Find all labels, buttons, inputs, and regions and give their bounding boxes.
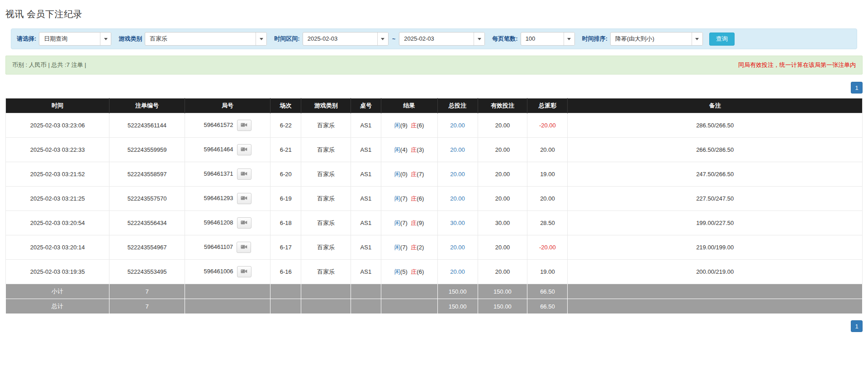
banker-score: (6) <box>417 122 424 129</box>
video-replay-button[interactable] <box>237 120 251 131</box>
subtotal-count: 7 <box>109 284 185 299</box>
table-row: 2025-02-03 03:21:25 522243557570 5964612… <box>6 187 863 211</box>
valid-bet-notice-text: 同局有效投注，统一计算在该局第一张注单内 <box>738 61 856 69</box>
banker-score: (9) <box>417 220 424 226</box>
banker-result: 庄 <box>411 171 417 178</box>
col-header-bet-id: 注单编号 <box>109 98 185 113</box>
filter-bar: 请选择: 日期查询 游戏类别 百家乐 时间区间: 2025-02-03 ~ 20… <box>11 28 857 49</box>
player-result: 闲 <box>394 195 400 202</box>
chevron-down-icon[interactable] <box>692 33 702 45</box>
cell-payout: 28.50 <box>527 211 568 235</box>
date-from-picker[interactable]: 2025-02-03 <box>303 32 389 46</box>
pagination-top: 1 <box>5 82 863 94</box>
cell-time: 2025-02-03 03:19:35 <box>6 260 109 284</box>
cell-valid-bet: 20.00 <box>478 113 527 138</box>
subtotal-row: 小计 7 150.00 150.00 66.50 <box>6 284 863 299</box>
col-header-round-id: 局号 <box>185 98 270 113</box>
page-1-button[interactable]: 1 <box>851 82 863 94</box>
cell-valid-bet: 20.00 <box>478 187 527 211</box>
cell-time: 2025-02-03 03:20:14 <box>6 235 109 260</box>
chevron-down-icon[interactable] <box>564 33 574 45</box>
chevron-down-icon[interactable] <box>100 33 111 45</box>
cell-game-type: 百家乐 <box>301 260 351 284</box>
table-header-row: 时间 注单编号 局号 场次 游戏类别 桌号 结果 总投注 有效投注 总派彩 备注 <box>6 98 863 113</box>
video-camera-icon <box>241 195 247 202</box>
cell-payout: 19.00 <box>527 162 568 187</box>
game-type-dropdown[interactable]: 百家乐 <box>145 32 267 46</box>
cell-game-type: 百家乐 <box>301 138 351 162</box>
cell-bet-id: 522243561144 <box>109 113 185 138</box>
banker-result: 庄 <box>411 122 417 129</box>
video-replay-button[interactable] <box>237 193 251 204</box>
cell-table-no: AS1 <box>351 211 381 235</box>
video-camera-icon <box>241 220 247 227</box>
game-type-label: 游戏类别 <box>119 35 142 43</box>
date-to-value: 2025-02-03 <box>399 33 474 45</box>
cell-total-bet-link[interactable]: 20.00 <box>437 138 478 162</box>
col-header-game-type: 游戏类别 <box>301 98 351 113</box>
video-replay-button[interactable] <box>237 144 251 155</box>
page-1-button[interactable]: 1 <box>851 320 863 332</box>
cell-remark: 247.50/266.50 <box>568 162 863 187</box>
table-row: 2025-02-03 03:20:54 522243556434 5964612… <box>6 211 863 235</box>
cell-result: 闲(7) 庄(9) <box>381 211 437 235</box>
cell-total-bet-link[interactable]: 30.00 <box>437 211 478 235</box>
cell-remark: 200.00/219.00 <box>568 260 863 284</box>
cell-session: 6-19 <box>270 187 301 211</box>
cell-time: 2025-02-03 03:20:54 <box>6 211 109 235</box>
banker-score: (7) <box>417 171 424 178</box>
cell-total-bet-link[interactable]: 20.00 <box>437 235 478 260</box>
col-header-valid-bet: 有效投注 <box>478 98 527 113</box>
banker-score: (3) <box>417 146 424 153</box>
player-result: 闲 <box>394 122 400 129</box>
cell-table-no: AS1 <box>351 162 381 187</box>
banker-result: 庄 <box>411 195 417 202</box>
cell-total-bet-link[interactable]: 20.00 <box>437 162 478 187</box>
page-size-dropdown[interactable]: 100 <box>521 32 575 46</box>
chevron-down-icon[interactable] <box>377 33 388 45</box>
grand-total-payout: 66.50 <box>527 299 568 314</box>
date-from-value: 2025-02-03 <box>303 33 377 45</box>
subtotal-payout: 66.50 <box>527 284 568 299</box>
grand-total-total-bet: 150.00 <box>437 299 478 314</box>
chevron-down-icon[interactable] <box>256 33 266 45</box>
video-replay-button[interactable] <box>237 217 251 229</box>
cell-session: 6-18 <box>270 211 301 235</box>
cell-session: 6-20 <box>270 162 301 187</box>
cell-payout: 20.00 <box>527 138 568 162</box>
cell-total-bet-link[interactable]: 20.00 <box>437 260 478 284</box>
cell-payout: -20.00 <box>527 113 568 138</box>
cell-remark: 266.50/286.50 <box>568 138 863 162</box>
player-result: 闲 <box>394 268 400 275</box>
cell-session: 6-21 <box>270 138 301 162</box>
cell-total-bet-link[interactable]: 20.00 <box>437 187 478 211</box>
date-range-label: 时间区间: <box>274 35 299 43</box>
banker-score: (2) <box>417 244 424 251</box>
grand-total-valid-bet: 150.00 <box>478 299 527 314</box>
cell-bet-id: 522243554967 <box>109 235 185 260</box>
time-sort-dropdown[interactable]: 降幂(由大到小) <box>610 32 703 46</box>
cell-bet-id: 522243556434 <box>109 211 185 235</box>
table-row: 2025-02-03 03:22:33 522243559959 5964614… <box>6 138 863 162</box>
round-id-value: 596461006 <box>204 268 233 275</box>
date-to-picker[interactable]: 2025-02-03 <box>399 32 485 46</box>
grand-total-label: 总计 <box>6 299 109 314</box>
summary-bar: 币别 : 人民币 | 总共 :7 注单 | 同局有效投注，统一计算在该局第一张注… <box>5 56 863 75</box>
banker-score: (6) <box>417 195 424 202</box>
cell-total-bet-link[interactable]: 20.00 <box>437 113 478 138</box>
cell-bet-id: 522243553495 <box>109 260 185 284</box>
video-camera-icon <box>241 122 247 129</box>
select-mode-dropdown[interactable]: 日期查询 <box>39 32 111 46</box>
cell-table-no: AS1 <box>351 235 381 260</box>
cell-game-type: 百家乐 <box>301 187 351 211</box>
cell-round-id: 596461293 <box>185 187 270 211</box>
col-header-total-bet: 总投注 <box>437 98 478 113</box>
cell-valid-bet: 20.00 <box>478 235 527 260</box>
video-replay-button[interactable] <box>237 168 251 180</box>
page-title: 视讯 会员下注纪录 <box>5 8 863 20</box>
video-replay-button[interactable] <box>237 242 251 253</box>
search-button[interactable]: 查询 <box>709 33 735 46</box>
cell-payout: -20.00 <box>527 235 568 260</box>
video-replay-button[interactable] <box>237 266 251 277</box>
chevron-down-icon[interactable] <box>474 33 484 45</box>
